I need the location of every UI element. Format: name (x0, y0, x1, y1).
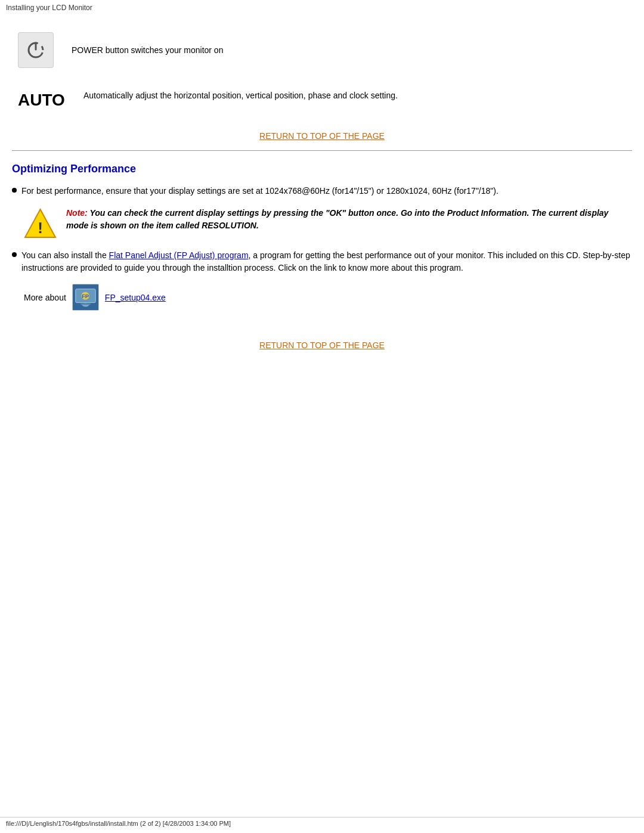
divider (12, 150, 632, 151)
page-breadcrumb: Installing your LCD Monitor (0, 0, 644, 16)
return-top-link-2[interactable]: RETURN TO TOP OF THE PAGE (12, 329, 632, 360)
power-icon (18, 32, 54, 68)
more-about-label: More about (24, 293, 66, 302)
list-item: For best performance, ensure that your d… (12, 185, 632, 197)
return-top-anchor-2[interactable]: RETURN TO TOP OF THE PAGE (259, 340, 385, 350)
more-about-row: More about FP FP_setup04.exe (24, 284, 632, 311)
bullet1-text: For best performance, ensure that your d… (21, 185, 499, 197)
section-title: Optimizing Performance (12, 163, 632, 175)
fp-icon: FP (72, 284, 99, 311)
bullet2-content: You can also install the Flat Panel Adju… (21, 249, 632, 274)
power-description: POWER button switches your monitor on (72, 44, 223, 57)
power-section: POWER button switches your monitor on (12, 21, 632, 79)
auto-description: Automatically adjust the horizontal posi… (83, 89, 398, 102)
fp-icon-image: FP (73, 284, 98, 310)
svg-text:!: ! (38, 219, 43, 237)
optimizing-section: Optimizing Performance For best performa… (12, 163, 632, 311)
status-bar: file:///D|/L/english/170s4fgbs/install/i… (0, 817, 644, 829)
note-box: ! Note: You can check the current displa… (24, 207, 632, 240)
svg-rect-7 (80, 304, 90, 305)
auto-label: AUTO (18, 89, 66, 109)
note-content: Note: You can check the current display … (66, 207, 632, 232)
fp-adjust-link[interactable]: Flat Panel Adjust (FP Adjust) program (109, 250, 249, 260)
bullet-dot (12, 188, 17, 193)
list-item-2: You can also install the Flat Panel Adju… (12, 249, 632, 274)
return-top-anchor-1[interactable]: RETURN TO TOP OF THE PAGE (259, 131, 385, 141)
bullet2-prefix: You can also install the (21, 250, 109, 260)
bullet-list-2: You can also install the Flat Panel Adju… (12, 249, 632, 274)
fp-setup-link[interactable]: FP_setup04.exe (105, 293, 166, 302)
note-label: Note: (66, 208, 88, 218)
svg-text:FP: FP (82, 293, 89, 299)
note-body: You can check the current display settin… (66, 208, 608, 230)
bullet-dot-2 (12, 252, 17, 257)
auto-section: AUTO Automatically adjust the horizontal… (12, 79, 632, 119)
warning-icon: ! (24, 207, 57, 240)
power-symbol-icon (24, 39, 47, 61)
bullet-list: For best performance, ensure that your d… (12, 185, 632, 197)
return-top-link-1[interactable]: RETURN TO TOP OF THE PAGE (12, 119, 632, 150)
